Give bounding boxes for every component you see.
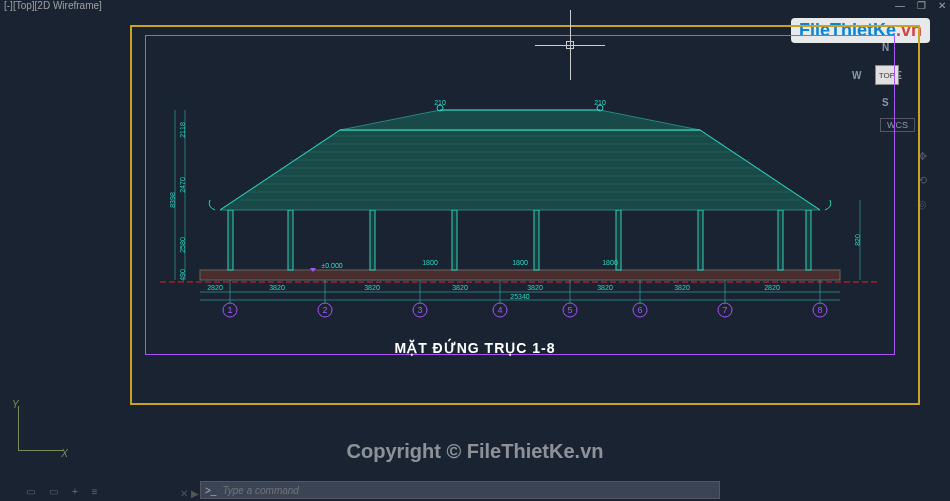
svg-text:3: 3 (417, 305, 422, 315)
svg-text:3820: 3820 (269, 284, 285, 291)
svg-rect-0 (228, 210, 233, 270)
svg-marker-10 (340, 110, 700, 130)
layout-tab-icon[interactable]: ▭ (43, 484, 64, 499)
view-label: [-][Top][2D Wireframe] (4, 0, 102, 16)
svg-rect-8 (806, 210, 811, 270)
window-controls: — ❐ ✕ (895, 0, 946, 16)
svg-text:1: 1 (227, 305, 232, 315)
status-icons: ✕ ▶ (180, 488, 199, 499)
svg-text:820: 820 (854, 234, 861, 246)
add-layout-icon[interactable]: + (66, 484, 84, 499)
platform-base (200, 270, 840, 280)
svg-text:4: 4 (497, 305, 502, 315)
svg-text:±0.000: ±0.000 (321, 262, 342, 269)
roof (209, 105, 831, 210)
svg-text:1800: 1800 (602, 259, 618, 266)
svg-text:2118: 2118 (179, 122, 186, 138)
svg-text:3820: 3820 (364, 284, 380, 291)
svg-rect-4 (534, 210, 539, 270)
svg-rect-6 (698, 210, 703, 270)
svg-text:1800: 1800 (512, 259, 528, 266)
svg-text:25340: 25340 (510, 293, 530, 300)
svg-marker-9 (220, 130, 820, 210)
svg-text:2820: 2820 (764, 284, 780, 291)
drawing-title: MẶT ĐỨNG TRỤC 1-8 (0, 340, 950, 356)
svg-text:3820: 3820 (674, 284, 690, 291)
svg-text:3820: 3820 (597, 284, 613, 291)
model-tab-icon[interactable]: ▭ (20, 484, 41, 499)
svg-text:1800: 1800 (422, 259, 438, 266)
svg-text:8398: 8398 (169, 192, 176, 208)
command-prompt-icon: >_ (205, 485, 216, 496)
command-input[interactable] (222, 485, 715, 496)
svg-text:2820: 2820 (207, 284, 223, 291)
svg-text:210: 210 (434, 100, 446, 106)
svg-rect-3 (452, 210, 457, 270)
svg-text:2: 2 (322, 305, 327, 315)
layout-list-icon[interactable]: ≡ (86, 484, 104, 499)
minimize-button[interactable]: — (895, 0, 905, 16)
svg-rect-2 (370, 210, 375, 270)
svg-text:2470: 2470 (179, 177, 186, 193)
svg-text:2580: 2580 (179, 237, 186, 253)
close-button[interactable]: ✕ (938, 0, 946, 16)
watermark-center: Copyright © FileThietKe.vn (0, 440, 950, 463)
vertical-dims-right: 820 (854, 200, 861, 280)
svg-text:210: 210 (594, 100, 606, 106)
svg-text:7: 7 (722, 305, 727, 315)
layout-tabs: ▭ ▭ + ≡ (20, 484, 104, 499)
svg-text:5: 5 (567, 305, 572, 315)
svg-text:490: 490 (179, 269, 186, 281)
svg-text:8: 8 (817, 305, 822, 315)
svg-rect-7 (778, 210, 783, 270)
restore-button[interactable]: ❐ (917, 0, 926, 16)
elevation-drawing[interactable]: 1 2 3 4 5 6 7 8 2820 3820 3820 3820 3820… (160, 100, 880, 310)
ucs-y-label: Y (12, 399, 19, 410)
svg-text:6: 6 (637, 305, 642, 315)
svg-text:3820: 3820 (452, 284, 468, 291)
command-line[interactable]: >_ (200, 481, 720, 499)
svg-rect-1 (288, 210, 293, 270)
dim-chain: 2820 3820 3820 3820 3820 3820 3820 2820 … (200, 284, 840, 300)
svg-text:3820: 3820 (527, 284, 543, 291)
